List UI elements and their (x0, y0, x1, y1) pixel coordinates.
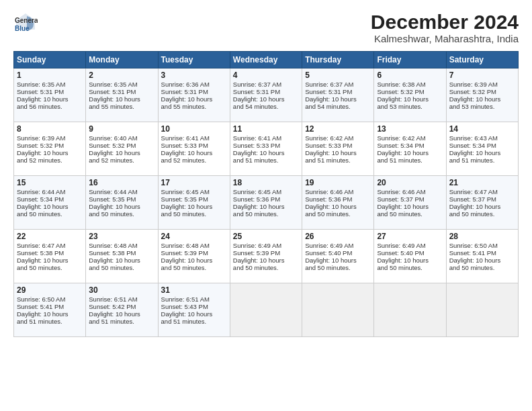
calendar-cell: 14 Sunrise: 6:43 AM Sunset: 5:34 PM Dayl… (446, 122, 518, 176)
daylight-minutes: and 50 minutes. (17, 210, 62, 218)
calendar-cell (302, 283, 374, 337)
daylight-label: Daylight: 10 hours (449, 203, 501, 210)
sunset-label: Sunset: 5:34 PM (449, 142, 496, 149)
daylight-label: Daylight: 10 hours (89, 257, 140, 264)
daylight-label: Daylight: 10 hours (89, 310, 140, 318)
sunrise-label: Sunrise: 6:44 AM (17, 188, 65, 195)
daylight-minutes: and 50 minutes. (449, 264, 495, 271)
calendar-cell: 27 Sunrise: 6:49 AM Sunset: 5:40 PM Dayl… (374, 230, 446, 283)
sunset-label: Sunset: 5:40 PM (377, 249, 424, 257)
sunrise-label: Sunrise: 6:41 AM (161, 134, 210, 142)
sunset-label: Sunset: 5:39 PM (161, 249, 208, 257)
sunset-label: Sunset: 5:41 PM (449, 249, 496, 257)
day-number: 23 (89, 232, 154, 241)
daylight-minutes: and 52 minutes. (17, 156, 62, 164)
logo-icon: General Blue (13, 11, 38, 35)
daylight-minutes: and 51 minutes. (449, 156, 495, 164)
calendar-cell: 8 Sunrise: 6:39 AM Sunset: 5:32 PM Dayli… (14, 122, 86, 176)
calendar-cell: 15 Sunrise: 6:44 AM Sunset: 5:34 PM Dayl… (14, 176, 86, 230)
day-number: 3 (161, 71, 227, 80)
sunrise-label: Sunrise: 6:44 AM (89, 188, 137, 195)
sunset-label: Sunset: 5:37 PM (377, 195, 424, 203)
daylight-minutes: and 54 minutes. (305, 103, 351, 110)
sunset-label: Sunset: 5:42 PM (89, 303, 136, 310)
calendar-cell: 1 Sunrise: 6:35 AM Sunset: 5:31 PM Dayli… (14, 68, 86, 122)
sunset-label: Sunset: 5:32 PM (449, 88, 496, 95)
sunrise-label: Sunrise: 6:47 AM (449, 188, 498, 195)
svg-text:General: General (15, 17, 38, 24)
calendar-cell: 25 Sunrise: 6:49 AM Sunset: 5:39 PM Dayl… (230, 230, 302, 283)
daylight-minutes: and 50 minutes. (233, 210, 279, 218)
calendar-cell: 28 Sunrise: 6:50 AM Sunset: 5:41 PM Dayl… (446, 230, 518, 283)
sunrise-label: Sunrise: 6:49 AM (305, 242, 353, 249)
day-number: 31 (161, 285, 227, 295)
sunset-label: Sunset: 5:40 PM (305, 249, 352, 257)
sunrise-label: Sunrise: 6:51 AM (89, 295, 137, 303)
sunset-label: Sunset: 5:32 PM (17, 142, 64, 149)
daylight-minutes: and 55 minutes. (89, 103, 134, 110)
sunrise-label: Sunrise: 6:37 AM (305, 81, 353, 88)
daylight-label: Daylight: 10 hours (161, 95, 213, 103)
col-monday: Monday (86, 52, 158, 68)
sunrise-label: Sunrise: 6:43 AM (449, 134, 498, 142)
daylight-minutes: and 51 minutes. (89, 318, 134, 325)
daylight-minutes: and 50 minutes. (377, 210, 423, 218)
day-number: 16 (89, 178, 154, 187)
col-tuesday: Tuesday (158, 52, 230, 68)
sunrise-label: Sunrise: 6:50 AM (449, 242, 498, 249)
calendar-cell: 3 Sunrise: 6:36 AM Sunset: 5:31 PM Dayli… (158, 68, 230, 122)
calendar-cell: 19 Sunrise: 6:46 AM Sunset: 5:36 PM Dayl… (302, 176, 374, 230)
logo: General Blue (13, 11, 38, 35)
calendar-week-row: 15 Sunrise: 6:44 AM Sunset: 5:34 PM Dayl… (14, 176, 519, 230)
daylight-minutes: and 52 minutes. (89, 156, 134, 164)
daylight-label: Daylight: 10 hours (89, 95, 140, 103)
calendar-cell: 24 Sunrise: 6:48 AM Sunset: 5:39 PM Dayl… (158, 230, 230, 283)
calendar-cell: 26 Sunrise: 6:49 AM Sunset: 5:40 PM Dayl… (302, 230, 374, 283)
day-number: 14 (449, 124, 515, 134)
daylight-minutes: and 50 minutes. (377, 264, 423, 271)
daylight-minutes: and 51 minutes. (233, 156, 279, 164)
sunset-label: Sunset: 5:41 PM (17, 303, 64, 310)
sunrise-label: Sunrise: 6:37 AM (233, 81, 281, 88)
day-number: 22 (17, 232, 83, 241)
sunrise-label: Sunrise: 6:49 AM (233, 242, 281, 249)
daylight-label: Daylight: 10 hours (161, 203, 213, 210)
calendar-cell: 20 Sunrise: 6:46 AM Sunset: 5:37 PM Dayl… (374, 176, 446, 230)
daylight-label: Daylight: 10 hours (89, 149, 140, 156)
sunrise-label: Sunrise: 6:46 AM (377, 188, 425, 195)
daylight-minutes: and 50 minutes. (161, 210, 207, 218)
day-number: 9 (89, 124, 154, 134)
daylight-label: Daylight: 10 hours (449, 149, 501, 156)
daylight-label: Daylight: 10 hours (233, 95, 285, 103)
day-number: 27 (377, 232, 443, 241)
calendar-cell (230, 283, 302, 337)
day-number: 1 (17, 71, 83, 80)
calendar-cell (374, 283, 446, 337)
day-number: 8 (17, 124, 83, 134)
day-number: 5 (305, 71, 371, 80)
sunrise-label: Sunrise: 6:45 AM (233, 188, 281, 195)
calendar-cell: 13 Sunrise: 6:42 AM Sunset: 5:34 PM Dayl… (374, 122, 446, 176)
sunset-label: Sunset: 5:36 PM (305, 195, 352, 203)
day-number: 18 (233, 178, 299, 187)
daylight-label: Daylight: 10 hours (161, 149, 213, 156)
daylight-label: Daylight: 10 hours (449, 257, 501, 264)
daylight-label: Daylight: 10 hours (233, 203, 285, 210)
sunset-label: Sunset: 5:39 PM (233, 249, 280, 257)
sunrise-label: Sunrise: 6:42 AM (377, 134, 425, 142)
day-number: 30 (89, 285, 154, 295)
daylight-label: Daylight: 10 hours (17, 257, 69, 264)
daylight-minutes: and 53 minutes. (449, 103, 495, 110)
calendar-cell: 31 Sunrise: 6:51 AM Sunset: 5:43 PM Dayl… (158, 283, 230, 337)
day-number: 29 (17, 285, 83, 295)
day-number: 12 (305, 124, 371, 134)
calendar-cell: 9 Sunrise: 6:40 AM Sunset: 5:32 PM Dayli… (86, 122, 158, 176)
daylight-minutes: and 54 minutes. (233, 103, 279, 110)
page: General Blue December 2024 Kalmeshwar, M… (0, 0, 532, 411)
sunset-label: Sunset: 5:31 PM (233, 88, 280, 95)
sunset-label: Sunset: 5:31 PM (305, 88, 352, 95)
sunrise-label: Sunrise: 6:40 AM (89, 134, 137, 142)
daylight-label: Daylight: 10 hours (305, 149, 357, 156)
sunset-label: Sunset: 5:32 PM (377, 88, 424, 95)
daylight-label: Daylight: 10 hours (233, 257, 285, 264)
